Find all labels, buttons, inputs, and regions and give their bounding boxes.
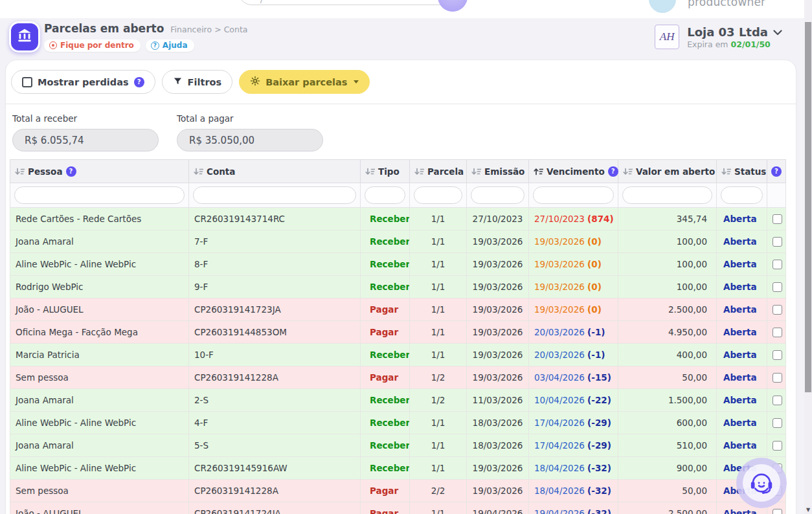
- filter-input-tipo[interactable]: [365, 186, 405, 204]
- caret-down-icon: [354, 80, 359, 84]
- row-checkbox[interactable]: [773, 214, 782, 224]
- column-header-emissao[interactable]: Emissão: [467, 160, 529, 183]
- sort-arrow-down-icon: [365, 167, 375, 176]
- cell-conta: 5-S: [189, 434, 361, 457]
- cell-select: [767, 412, 786, 434]
- show-lost-button[interactable]: Mostrar perdidas ?: [11, 70, 155, 94]
- chevron-down-icon[interactable]: [773, 26, 782, 38]
- row-checkbox[interactable]: [773, 237, 782, 247]
- column-label: Pessoa: [28, 166, 63, 177]
- cell-pessoa: Joana Amaral: [10, 230, 189, 253]
- cell-pessoa: João - ALUGUEL: [10, 298, 189, 321]
- cell-tipo: Pagar: [361, 480, 410, 502]
- table-row: Sem pessoaCP260319141228APagar2/219/03/2…: [10, 480, 786, 502]
- cell-emissao: 19/03/2026: [467, 344, 529, 366]
- news-badge[interactable]: Fique por dentro: [44, 39, 141, 52]
- column-header-tipo[interactable]: Tipo: [361, 160, 410, 183]
- cell-emissao: 19/03/2026: [467, 276, 529, 298]
- column-header-parcela[interactable]: Parcela: [410, 160, 467, 183]
- filter-input-conta[interactable]: [193, 186, 356, 204]
- show-lost-checkbox[interactable]: [22, 77, 32, 87]
- row-checkbox[interactable]: [773, 305, 782, 315]
- cell-select: [767, 208, 786, 230]
- cell-vencimento: 19/03/2026 (0): [529, 298, 618, 321]
- cell-valor: 2.500,00: [618, 298, 717, 321]
- column-header-valor[interactable]: Valor em aberto: [618, 160, 717, 183]
- sort-arrow-down-icon: [14, 167, 25, 176]
- cell-valor: 510,00: [618, 434, 717, 457]
- search-input[interactable]: [238, 0, 461, 5]
- column-header-status[interactable]: Status: [717, 160, 767, 183]
- cell-select: [767, 389, 786, 412]
- column-header-conta[interactable]: Conta: [189, 160, 361, 183]
- filter-input-valor[interactable]: [622, 186, 712, 204]
- total-payable: Total a pagar R$ 35.050,00: [177, 113, 323, 151]
- filter-input-status[interactable]: [721, 186, 763, 204]
- cell-status: Aberta: [717, 298, 767, 321]
- scrollbar-down-arrow[interactable]: ▼: [804, 507, 812, 513]
- username-label: productowner: [688, 0, 765, 8]
- row-checkbox[interactable]: [773, 260, 782, 269]
- download-parcels-button[interactable]: Baixar parcelas: [239, 70, 370, 94]
- question-circle-icon[interactable]: ?: [771, 166, 782, 177]
- search-action-orb[interactable]: [438, 0, 468, 12]
- row-checkbox[interactable]: [773, 350, 782, 360]
- sort-arrow-down-icon: [622, 167, 633, 176]
- filter-input-parcela[interactable]: [414, 186, 462, 204]
- cell-emissao: 19/03/2026: [467, 253, 529, 276]
- filters-label: Filtros: [188, 77, 222, 87]
- table-row: Aline WebPic - Aline WebPic8-FReceber1/1…: [10, 253, 786, 276]
- breadcrumb-item[interactable]: Financeiro: [170, 25, 212, 34]
- question-circle-icon[interactable]: ?: [608, 166, 618, 177]
- app-logo[interactable]: [9, 21, 40, 52]
- company-selector[interactable]: AH Loja 03 Ltda Expira em 02/01/50: [655, 25, 782, 49]
- filter-input-emissao[interactable]: [471, 186, 524, 204]
- row-checkbox[interactable]: [773, 418, 782, 428]
- cell-valor: 100,00: [618, 230, 717, 253]
- column-header-pessoa[interactable]: Pessoa?: [10, 160, 189, 183]
- help-badge-button[interactable]: ? Ajuda: [146, 39, 194, 52]
- row-checkbox[interactable]: [773, 373, 782, 383]
- cell-status: Aberta: [717, 389, 767, 412]
- cell-vencimento: 19/03/2026 (0): [529, 253, 618, 276]
- search-shortcut-hint: /: [260, 0, 263, 5]
- question-circle-icon[interactable]: ?: [134, 77, 144, 87]
- row-checkbox[interactable]: [773, 396, 782, 405]
- company-name: Loja 03 Ltda: [687, 25, 768, 39]
- filter-input-pessoa[interactable]: [14, 186, 185, 204]
- filters-button[interactable]: Filtros: [162, 70, 233, 94]
- table-body: Rede Cartões - Rede CartõesCR26031914371…: [10, 208, 786, 514]
- cell-status: Aberta: [717, 366, 767, 389]
- cell-conta: CP260319141228A: [189, 480, 361, 502]
- row-checkbox[interactable]: [773, 441, 782, 451]
- sort-arrow-down-icon: [721, 167, 731, 176]
- vertical-scrollbar[interactable]: ▼: [804, 0, 812, 514]
- cell-vencimento: 19/03/2026 (0): [529, 276, 618, 298]
- cell-valor: 900,00: [618, 457, 717, 480]
- table-row: Rede Cartões - Rede CartõesCR26031914371…: [10, 208, 786, 230]
- cell-parcela: 1/1: [410, 344, 467, 366]
- table-row: Rodrigo WebPic9-FReceber1/119/03/202619/…: [10, 276, 786, 298]
- cell-pessoa: João - ALUGUEL: [10, 502, 189, 514]
- cell-emissao: 19/03/2026: [467, 366, 529, 389]
- sort-arrow-down-icon: [193, 167, 203, 176]
- column-header-vencimento[interactable]: Vencimento?: [529, 160, 618, 183]
- filter-input-vencimento[interactable]: [533, 186, 614, 204]
- support-chat-button[interactable]: [736, 458, 787, 508]
- breadcrumb-separator: >: [214, 25, 221, 34]
- row-checkbox[interactable]: [773, 282, 782, 292]
- cell-valor: 100,00: [618, 276, 717, 298]
- sort-arrow-down-icon: [414, 167, 424, 176]
- cell-emissao: 19/03/2026: [467, 321, 529, 344]
- scrollbar-thumb[interactable]: [805, 22, 811, 392]
- row-checkbox[interactable]: [773, 509, 782, 514]
- cell-status: Aberta: [717, 253, 767, 276]
- row-checkbox[interactable]: [773, 328, 782, 337]
- cell-pessoa: Rede Cartões - Rede Cartões: [10, 208, 189, 230]
- cell-status: Aberta: [717, 344, 767, 366]
- cell-valor: 600,00: [618, 412, 717, 434]
- cell-emissao: 27/10/2023: [467, 208, 529, 230]
- user-avatar[interactable]: [649, 0, 676, 13]
- cell-valor: 4.950,00: [618, 321, 717, 344]
- question-circle-icon[interactable]: ?: [66, 166, 76, 177]
